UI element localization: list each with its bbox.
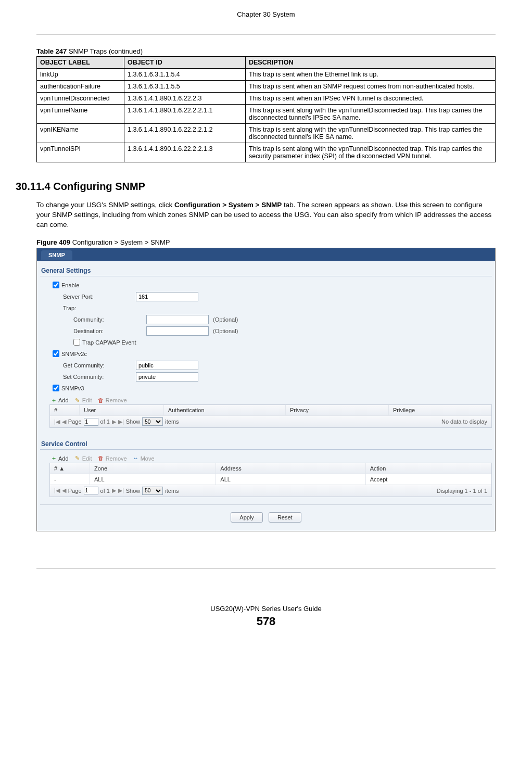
footer-page: 578 xyxy=(36,615,496,628)
pager-show-label: Show xyxy=(126,418,141,425)
grid1-toolbar: ＋Add ✎Edit 🗑Remove xyxy=(49,396,492,405)
snmpv2c-checkbox[interactable] xyxy=(53,350,59,357)
pager-of-label: of 1 xyxy=(100,488,110,494)
plus-icon: ＋ xyxy=(50,397,57,403)
grid1-th-auth[interactable]: Authentication xyxy=(164,405,286,415)
table-row: vpnIKEName 1.3.6.1.4.1.890.1.6.22.2.2.1.… xyxy=(37,124,496,143)
cell-oid: 1.3.6.1.4.1.890.1.6.22.2.3 xyxy=(124,93,246,105)
remove-button[interactable]: 🗑Remove xyxy=(98,397,127,403)
cell-label: vpnTunnelDisconnected xyxy=(37,93,124,105)
add-button-2[interactable]: ＋Add xyxy=(50,455,69,462)
set-community-input[interactable] xyxy=(136,372,198,382)
figure-caption: Figure 409 Configuration > System > SNMP xyxy=(36,238,496,246)
pager-items-label: items xyxy=(165,488,179,494)
snmpv2c-label: SNMPv2c xyxy=(61,351,87,357)
service-control-grid: # ▲ Zone Address Action - ALL ALL Accept… xyxy=(49,463,492,497)
cell-desc: This trap is sent when an SNMP request c… xyxy=(246,81,496,93)
trap-capwap-checkbox[interactable] xyxy=(73,339,80,346)
get-community-label: Get Community: xyxy=(53,362,136,368)
grid2-th-action[interactable]: Action xyxy=(366,463,491,474)
cell-oid: 1.3.6.1.6.3.1.1.5.5 xyxy=(124,81,246,93)
para-a: To change your USG's SNMP settings, clic… xyxy=(36,201,174,209)
apply-button[interactable]: Apply xyxy=(231,512,263,523)
edit-button-2[interactable]: ✎Edit xyxy=(74,455,92,462)
grid1-nodata: No data to display xyxy=(441,418,487,425)
figure-caption-bold: Figure 409 xyxy=(36,238,70,246)
grid2-th-num[interactable]: # ▲ xyxy=(50,463,90,474)
trap-capwap-label: Trap CAPWAP Event xyxy=(82,339,136,346)
pager-prev-icon[interactable]: ◀ xyxy=(62,487,66,494)
snmp-screenshot: SNMP General Settings Enable Server Port… xyxy=(36,248,496,531)
destination-input[interactable] xyxy=(146,326,209,336)
trash-icon: 🗑 xyxy=(98,397,104,403)
pager-prev-icon[interactable]: ◀ xyxy=(62,418,66,425)
th-description: DESCRIPTION xyxy=(246,57,496,69)
chapter-header: Chapter 30 System xyxy=(36,10,496,18)
cell-label: vpnTunnelName xyxy=(37,105,124,124)
add-button[interactable]: ＋Add xyxy=(50,397,69,403)
table-row: authenticationFailure 1.3.6.1.6.3.1.1.5.… xyxy=(37,81,496,93)
header-rule xyxy=(36,34,496,34)
pager-page-input[interactable] xyxy=(84,418,98,426)
table-caption: Table 247 SNMP Traps (continued) xyxy=(36,47,496,55)
cell-label: authenticationFailure xyxy=(37,81,124,93)
pager-next-icon[interactable]: ▶ xyxy=(112,487,116,494)
server-port-input[interactable] xyxy=(136,292,198,301)
cell-desc: This trap is sent along with the vpnTunn… xyxy=(246,124,496,143)
cell-oid: 1.3.6.1.4.1.890.1.6.22.2.2.1.1 xyxy=(124,105,246,124)
table-caption-bold: Table 247 xyxy=(36,47,67,55)
pager-page-label: Page xyxy=(68,418,82,425)
grid1-th-user[interactable]: User xyxy=(80,405,164,415)
pager-next-icon[interactable]: ▶ xyxy=(112,418,116,425)
pager-show-select[interactable]: 50 xyxy=(142,487,163,495)
button-row: Apply Reset xyxy=(40,504,492,524)
grid1-th-privil[interactable]: Privilege xyxy=(389,405,491,415)
table-row: linkUp 1.3.6.1.6.3.1.1.5.4 This trap is … xyxy=(37,69,496,81)
tab-bar: SNMP xyxy=(37,248,495,261)
pager-items-label: items xyxy=(165,418,179,425)
pager-first-icon[interactable]: |◀ xyxy=(54,487,60,494)
tab-snmp[interactable]: SNMP xyxy=(41,250,72,260)
service-control-header: Service Control xyxy=(40,436,492,450)
cell-desc: This trap is sent along with the vpnTunn… xyxy=(246,143,496,162)
table-row: vpnTunnelDisconnected 1.3.6.1.4.1.890.1.… xyxy=(37,93,496,105)
pager-page-input[interactable] xyxy=(84,487,98,494)
reset-button[interactable]: Reset xyxy=(269,512,301,523)
get-community-input[interactable] xyxy=(136,361,198,370)
grid2-cell-zone: ALL xyxy=(90,474,216,485)
snmpv3-grid: # User Authentication Privacy Privilege … xyxy=(49,404,492,428)
snmpv3-label: SNMPv3 xyxy=(61,385,84,391)
trash-icon: 🗑 xyxy=(98,455,104,462)
footer-rule xyxy=(36,568,496,568)
cell-oid: 1.3.6.1.4.1.890.1.6.22.2.2.1.3 xyxy=(124,143,246,162)
pager-last-icon[interactable]: ▶| xyxy=(118,487,124,494)
grid2-row[interactable]: - ALL ALL Accept xyxy=(50,474,491,485)
grid2-th-zone[interactable]: Zone xyxy=(90,463,216,474)
pager-show-select[interactable]: 50 xyxy=(142,417,163,426)
move-icon: ↔ xyxy=(133,455,139,462)
community-input[interactable] xyxy=(146,315,209,324)
grid2-toolbar: ＋Add ✎Edit 🗑Remove ↔Move xyxy=(49,454,492,463)
plus-icon: ＋ xyxy=(50,455,57,462)
grid2-cell-num: - xyxy=(50,474,90,485)
pager-last-icon[interactable]: ▶| xyxy=(118,418,124,425)
trap-label: Trap: xyxy=(53,305,136,311)
grid2-th-address[interactable]: Address xyxy=(216,463,365,474)
th-object-label: OBJECT LABEL xyxy=(37,57,124,69)
table-caption-rest: SNMP Traps (continued) xyxy=(67,47,143,55)
grid1-th-num[interactable]: # xyxy=(50,405,80,415)
edit-button[interactable]: ✎Edit xyxy=(74,397,92,403)
pager-show-label: Show xyxy=(126,488,141,494)
cell-oid: 1.3.6.1.4.1.890.1.6.22.2.2.1.2 xyxy=(124,124,246,143)
section-heading: 30.11.4 Configuring SNMP xyxy=(16,181,496,193)
grid1-th-priv[interactable]: Privacy xyxy=(286,405,389,415)
move-button[interactable]: ↔Move xyxy=(133,455,155,462)
enable-checkbox[interactable] xyxy=(53,282,59,288)
table-row: vpnTunnelName 1.3.6.1.4.1.890.1.6.22.2.2… xyxy=(37,105,496,124)
remove-button-2[interactable]: 🗑Remove xyxy=(98,455,127,462)
para-bold: Configuration > System > SNMP xyxy=(174,201,282,209)
pager-page-label: Page xyxy=(68,488,82,494)
grid2-pager: |◀ ◀ Page of 1 ▶ ▶| Show 50 items xyxy=(54,487,179,495)
pager-first-icon[interactable]: |◀ xyxy=(54,418,60,425)
snmpv3-checkbox[interactable] xyxy=(53,385,59,391)
